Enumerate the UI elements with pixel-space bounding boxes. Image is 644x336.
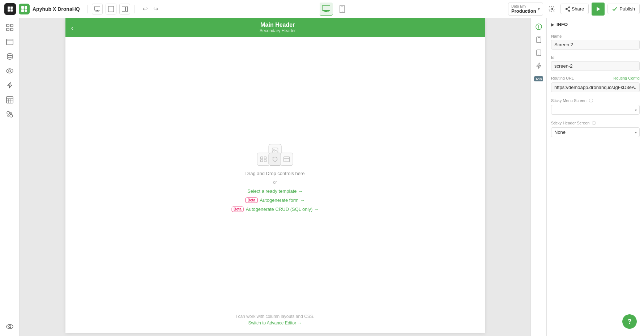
desktop-view-button[interactable] bbox=[320, 3, 333, 16]
separator-1 bbox=[87, 5, 88, 13]
sticky-menu-field: Sticky Menu Screen ⓘ ▾ bbox=[547, 95, 644, 118]
svg-rect-8 bbox=[94, 7, 100, 10]
sticky-header-info-icon: ⓘ bbox=[592, 121, 596, 125]
svg-rect-5 bbox=[25, 6, 27, 9]
right-icons-bar: TAB bbox=[530, 18, 546, 336]
svg-rect-33 bbox=[7, 39, 13, 45]
svg-point-23 bbox=[568, 7, 570, 8]
info-section-header[interactable]: ▶ INFO bbox=[547, 18, 644, 31]
sidebar-components-icon[interactable] bbox=[3, 108, 16, 121]
redo-button[interactable]: ↪ bbox=[151, 4, 160, 14]
tab-badge: TAB bbox=[534, 76, 543, 81]
svg-rect-4 bbox=[21, 6, 24, 9]
autogen-form-row: Beta Autogenerate form → bbox=[246, 197, 305, 203]
app-icon bbox=[19, 4, 30, 14]
svg-point-51 bbox=[273, 149, 274, 150]
svg-point-45 bbox=[10, 112, 12, 114]
autogen-form-link[interactable]: Autogenerate form → bbox=[260, 197, 304, 203]
canvas-frame: ‹ Main Header Secondary Header bbox=[65, 18, 485, 333]
sidebar-eye2-icon[interactable] bbox=[3, 320, 16, 333]
svg-point-48 bbox=[7, 324, 13, 329]
svg-rect-32 bbox=[10, 28, 13, 31]
settings-button[interactable] bbox=[546, 3, 558, 15]
sidebar-data-icon[interactable] bbox=[3, 50, 16, 63]
svg-rect-56 bbox=[283, 157, 289, 162]
name-label: Name bbox=[551, 34, 640, 38]
svg-rect-10 bbox=[95, 11, 99, 12]
beta-badge-crud: Beta bbox=[231, 207, 244, 212]
advance-editor-link[interactable]: Switch to Advance Editor → bbox=[248, 320, 302, 326]
canvas-back-button[interactable]: ‹ bbox=[71, 24, 74, 32]
sticky-menu-select[interactable] bbox=[551, 105, 640, 115]
right-section: TAB ▶ INFO Name Id Routing URL bbox=[530, 18, 644, 336]
publish-button[interactable]: Publish bbox=[607, 4, 640, 14]
routing-config-link[interactable]: Routing Config bbox=[613, 76, 640, 80]
svg-point-44 bbox=[7, 111, 10, 114]
routing-url-input[interactable] bbox=[551, 82, 640, 92]
svg-point-61 bbox=[538, 25, 539, 26]
svg-point-7 bbox=[25, 9, 27, 12]
undo-button[interactable]: ↩ bbox=[141, 4, 150, 14]
layout-btn-1[interactable] bbox=[92, 4, 103, 14]
canvas-body[interactable]: Drag and Drop controls here or Select a … bbox=[65, 37, 485, 333]
right-phone-icon-btn[interactable] bbox=[533, 34, 545, 46]
data-env-selector[interactable]: Data Env Production ▾ bbox=[508, 3, 543, 16]
info-panel-button[interactable] bbox=[533, 21, 545, 33]
publish-label: Publish bbox=[619, 6, 635, 12]
routing-url-row: Routing URL Routing Config bbox=[547, 74, 644, 81]
sticky-header-label: Sticky Header Screen ⓘ bbox=[551, 120, 640, 126]
svg-point-65 bbox=[538, 55, 539, 55]
drop-or-text: or bbox=[273, 180, 277, 185]
svg-rect-15 bbox=[126, 7, 128, 12]
svg-rect-39 bbox=[7, 97, 13, 103]
drop-zone-icons bbox=[257, 144, 293, 166]
autogen-crud-link[interactable]: Autogenerate CRUD (SQL only) → bbox=[246, 207, 319, 212]
select-template-link[interactable]: Select a ready template → bbox=[247, 188, 303, 194]
info-arrow-icon: ▶ bbox=[551, 22, 554, 27]
drop-text: Drag and Drop controls here bbox=[245, 171, 304, 176]
svg-rect-6 bbox=[21, 9, 24, 12]
tab-icon-btn[interactable]: TAB bbox=[533, 73, 545, 85]
play-button[interactable] bbox=[592, 3, 605, 16]
svg-rect-1 bbox=[10, 7, 13, 9]
chevron-down-icon: ▾ bbox=[538, 7, 540, 12]
dz-refresh-icon bbox=[268, 153, 281, 166]
sidebar-table-icon[interactable] bbox=[3, 93, 16, 106]
right-lightning-icon-btn[interactable] bbox=[533, 60, 545, 72]
sticky-header-select[interactable]: None bbox=[551, 127, 640, 137]
sticky-menu-label: Sticky Menu Screen ⓘ bbox=[551, 98, 640, 103]
right-phone2-icon-btn[interactable] bbox=[533, 47, 545, 59]
svg-rect-54 bbox=[260, 160, 263, 162]
sticky-header-select-wrap: None ▾ bbox=[551, 127, 640, 137]
routing-url-field bbox=[547, 81, 644, 95]
svg-point-22 bbox=[551, 8, 553, 10]
sidebar-lightning-icon[interactable] bbox=[3, 79, 16, 92]
sidebar-add-icon[interactable] bbox=[3, 21, 16, 34]
svg-point-35 bbox=[7, 54, 12, 56]
separator-2 bbox=[135, 5, 135, 13]
sidebar-screen-icon[interactable] bbox=[3, 35, 16, 48]
svg-rect-0 bbox=[8, 7, 10, 9]
share-button[interactable]: Share bbox=[560, 4, 589, 14]
name-input[interactable] bbox=[551, 40, 640, 50]
name-field: Name bbox=[547, 31, 644, 52]
dz-grid-icon bbox=[257, 153, 270, 166]
canvas-main-header: Main Header bbox=[76, 22, 479, 28]
svg-rect-13 bbox=[109, 11, 113, 11]
id-input[interactable] bbox=[551, 61, 640, 71]
svg-rect-30 bbox=[10, 24, 13, 27]
sidebar-preview-icon[interactable] bbox=[3, 64, 16, 77]
canvas-area[interactable]: ‹ Main Header Secondary Header bbox=[20, 18, 530, 336]
svg-rect-14 bbox=[122, 7, 125, 12]
svg-rect-3 bbox=[10, 9, 13, 12]
layout-btn-2[interactable] bbox=[106, 4, 116, 14]
svg-point-24 bbox=[566, 8, 567, 9]
svg-rect-20 bbox=[341, 6, 343, 6]
main-layout: ‹ Main Header Secondary Header bbox=[0, 18, 644, 336]
layout-btn-3[interactable] bbox=[119, 4, 130, 14]
svg-point-46 bbox=[8, 115, 9, 116]
sticky-menu-select-wrap: ▾ bbox=[551, 105, 640, 115]
app-title: Apyhub X DronaHQ bbox=[33, 6, 80, 12]
mobile-view-button[interactable] bbox=[336, 3, 349, 16]
help-button[interactable]: ? bbox=[622, 314, 637, 329]
